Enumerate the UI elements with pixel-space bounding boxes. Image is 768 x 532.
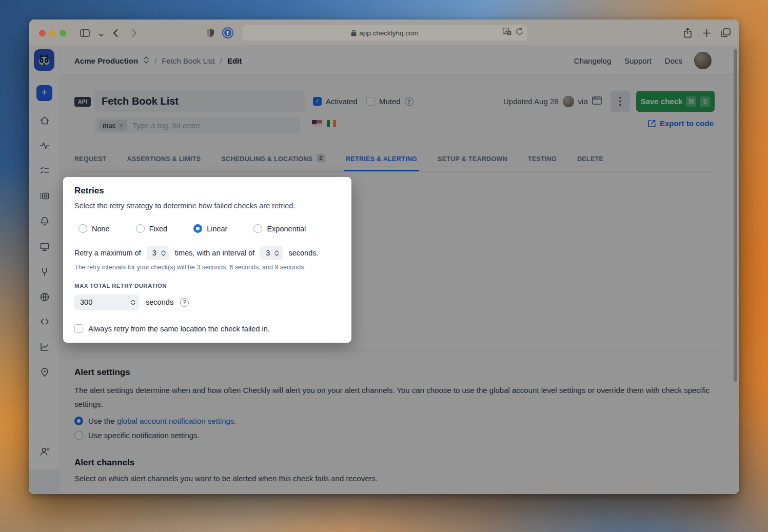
lock-icon bbox=[351, 30, 357, 36]
max-duration-stepper[interactable]: 300 bbox=[74, 294, 139, 310]
same-location-checkbox[interactable] bbox=[74, 324, 83, 333]
strategy-exponential-radio[interactable] bbox=[253, 224, 262, 233]
strategy-none[interactable]: None bbox=[78, 224, 110, 233]
retries-card: Retries Select the retry strategy to det… bbox=[63, 177, 351, 343]
retries-description: Select the retry strategy to determine h… bbox=[74, 202, 295, 210]
forward-button[interactable] bbox=[128, 27, 140, 39]
privacy-shield-icon[interactable] bbox=[204, 27, 216, 39]
chevron-down-icon[interactable] bbox=[95, 29, 107, 41]
same-location-option[interactable]: Always retry from the same location the … bbox=[74, 324, 270, 333]
page-content: + bbox=[29, 46, 739, 494]
safari-window: app.checklyhq.com A文 bbox=[29, 19, 739, 494]
strategy-linear[interactable]: Linear bbox=[193, 224, 227, 233]
retry-strategy-group: None Fixed Linear Exponential bbox=[78, 224, 306, 233]
max-retries-stepper[interactable]: 3 bbox=[147, 246, 169, 260]
zoom-window-button[interactable] bbox=[60, 30, 66, 36]
reload-icon[interactable] bbox=[516, 27, 523, 37]
new-tab-icon[interactable] bbox=[700, 27, 713, 39]
translate-icon[interactable]: A文 bbox=[503, 28, 511, 37]
retry-sentence: Retry a maximum of 3 times, with an inte… bbox=[74, 246, 318, 260]
close-window-button[interactable] bbox=[39, 30, 46, 36]
strategy-fixed-radio[interactable] bbox=[136, 224, 145, 233]
back-button[interactable] bbox=[109, 27, 122, 39]
stepper-arrows-icon[interactable] bbox=[161, 250, 166, 256]
strategy-none-radio[interactable] bbox=[78, 224, 87, 233]
strategy-fixed[interactable]: Fixed bbox=[136, 224, 167, 233]
minimize-window-button[interactable] bbox=[49, 30, 56, 36]
sidebar-toggle-icon[interactable] bbox=[78, 27, 91, 39]
tab-overview-icon[interactable] bbox=[719, 27, 732, 39]
macos-desktop: app.checklyhq.com A文 bbox=[0, 0, 768, 532]
stepper-arrows-icon[interactable] bbox=[131, 300, 135, 305]
retry-intervals-helper: The retry intervals for your check(s) wi… bbox=[74, 264, 306, 271]
stepper-arrows-icon[interactable] bbox=[274, 250, 279, 256]
duration-unit: seconds bbox=[146, 298, 173, 306]
retry-interval-stepper[interactable]: 3 bbox=[260, 246, 283, 260]
strategy-exponential[interactable]: Exponential bbox=[253, 224, 306, 233]
address-bar[interactable]: app.checklyhq.com A文 bbox=[242, 25, 527, 41]
share-icon[interactable] bbox=[681, 27, 694, 39]
same-location-label: Always retry from the same location the … bbox=[88, 325, 270, 333]
max-duration-label: MAX TOTAL RETRY DURATION bbox=[74, 283, 167, 289]
svg-text:文: 文 bbox=[507, 31, 511, 34]
max-duration-row: 300 seconds ? bbox=[74, 294, 189, 310]
duration-help-icon[interactable]: ? bbox=[180, 298, 189, 307]
url-text: app.checklyhq.com bbox=[359, 29, 419, 37]
browser-toolbar: app.checklyhq.com A文 bbox=[29, 19, 739, 46]
retries-title: Retries bbox=[74, 186, 104, 196]
strategy-linear-radio[interactable] bbox=[193, 224, 202, 233]
password-manager-icon[interactable] bbox=[222, 27, 234, 39]
